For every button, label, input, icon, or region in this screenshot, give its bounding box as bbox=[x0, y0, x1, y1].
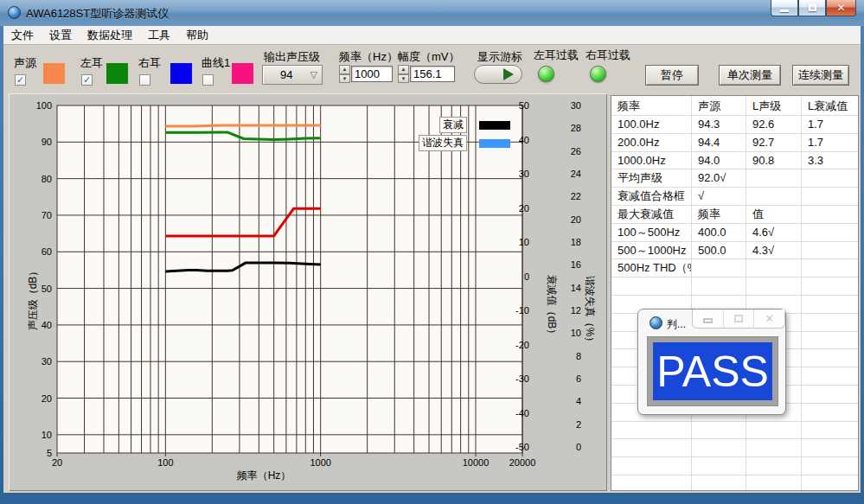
source-color-swatch bbox=[43, 63, 65, 84]
att-tick-label: 50 bbox=[519, 100, 529, 111]
table-cell bbox=[802, 457, 858, 475]
y-tick-label: 100 bbox=[36, 100, 52, 111]
spinner-down-icon[interactable]: ▼ bbox=[339, 74, 350, 84]
thd-tick-label: 18 bbox=[571, 237, 581, 247]
source-label: 声源 bbox=[14, 55, 36, 71]
spinner-down-icon[interactable]: ▼ bbox=[398, 74, 409, 84]
table-cell: 100～500Hz bbox=[611, 224, 692, 241]
cursor-label: 显示游标 bbox=[477, 49, 522, 65]
menu-item-tools[interactable]: 工具 bbox=[140, 26, 178, 45]
maximize-icon bbox=[809, 4, 816, 11]
single-measure-button[interactable]: 单次测量 bbox=[719, 65, 781, 86]
curve1-color-swatch bbox=[232, 63, 253, 84]
amplitude-spinner[interactable]: ▲ ▼ bbox=[398, 65, 409, 83]
minimize-button[interactable] bbox=[771, 0, 798, 16]
pass-close-button[interactable]: ✕ bbox=[754, 309, 784, 328]
table-row: 最大衰减值频率值 bbox=[611, 206, 858, 224]
table-cell bbox=[746, 475, 802, 491]
menu-item-data-processing[interactable]: 数据处理 bbox=[80, 26, 140, 45]
app-icon bbox=[8, 6, 21, 19]
amplitude-input[interactable] bbox=[410, 66, 455, 82]
table-cell bbox=[802, 259, 858, 277]
table-cell bbox=[802, 169, 858, 187]
table-cell bbox=[802, 349, 858, 367]
att-tick-label: 20 bbox=[519, 203, 529, 214]
maximize-button[interactable] bbox=[798, 0, 826, 16]
y-tick-label: 70 bbox=[42, 210, 52, 220]
minimize-icon bbox=[703, 318, 713, 323]
pass-minimize-button[interactable] bbox=[693, 309, 724, 328]
frequency-label: 频率（Hz） bbox=[339, 49, 398, 65]
spinner-up-icon[interactable]: ▲ bbox=[339, 65, 350, 74]
table-cell bbox=[802, 278, 858, 295]
left-ear-label: 左耳 bbox=[80, 55, 103, 71]
table-cell: 200.0Hz bbox=[611, 134, 692, 151]
table-cell bbox=[802, 242, 858, 259]
table-cell: 94.0 bbox=[692, 152, 746, 169]
menu-item-file[interactable]: 文件 bbox=[3, 26, 42, 45]
thd-tick-label: 26 bbox=[571, 146, 581, 156]
att-tick-label: -10 bbox=[515, 305, 529, 316]
table-cell bbox=[611, 475, 692, 491]
table-row: 500～1000Hz500.04.3√ bbox=[611, 242, 858, 260]
att-tick-label: 0 bbox=[524, 271, 529, 282]
table-header-cell: L声级 bbox=[746, 96, 802, 115]
pass-maximize-button[interactable] bbox=[724, 309, 755, 328]
menu-bar: 文件 设置 数据处理 工具 帮助 bbox=[3, 26, 861, 45]
maximize-icon bbox=[734, 315, 743, 322]
table-cell bbox=[746, 259, 802, 277]
table-row: 100.0Hz94.392.61.7 bbox=[611, 116, 858, 134]
close-button[interactable]: ✕ bbox=[826, 0, 856, 16]
source-checkbox[interactable]: ✓ bbox=[15, 74, 26, 86]
table-cell bbox=[802, 404, 858, 421]
thd-tick-label: 4 bbox=[576, 396, 581, 406]
curve1-checkbox[interactable] bbox=[202, 74, 214, 86]
x-tick-label: 20000 bbox=[509, 457, 536, 468]
table-cell bbox=[611, 278, 692, 295]
y-tick-label: 20 bbox=[42, 393, 52, 404]
x-tick-label: 20 bbox=[52, 457, 62, 468]
att-tick-label: -30 bbox=[515, 373, 529, 384]
thd-tick-label: 22 bbox=[571, 191, 581, 201]
table-cell bbox=[746, 457, 802, 475]
frequency-input[interactable] bbox=[351, 66, 393, 82]
measurement-chart: 2010010001000020000100908070605040302010… bbox=[9, 93, 607, 494]
left-ear-checkbox[interactable]: ✓ bbox=[81, 74, 93, 86]
thd-tick-label: 20 bbox=[571, 214, 581, 225]
table-cell bbox=[692, 422, 746, 439]
thd-tick-label: 10 bbox=[571, 328, 581, 338]
table-row: 200.0Hz94.492.71.7 bbox=[611, 134, 858, 152]
table-cell bbox=[692, 457, 746, 475]
pause-button[interactable]: 暂停 bbox=[645, 65, 699, 86]
chart-panel: 2010010001000020000100908070605040302010… bbox=[9, 93, 607, 491]
table-row: 100～500Hz400.04.6√ bbox=[611, 224, 858, 242]
right-ear-label: 右耳 bbox=[138, 55, 161, 71]
y-tick-label: 40 bbox=[42, 320, 52, 330]
curve1-label: 曲线1 bbox=[202, 55, 230, 71]
y-tick-label: 90 bbox=[42, 137, 52, 147]
table-cell bbox=[802, 332, 858, 349]
table-cell bbox=[611, 422, 692, 439]
table-cell: 100.0Hz bbox=[611, 116, 692, 133]
table-cell bbox=[802, 439, 858, 456]
continuous-measure-button[interactable]: 连续测量 bbox=[792, 65, 849, 86]
thd-tick-label: 6 bbox=[576, 373, 581, 384]
thd-tick-label: 12 bbox=[571, 305, 581, 316]
att-tick-label: -50 bbox=[515, 442, 529, 452]
menu-item-help[interactable]: 帮助 bbox=[178, 26, 216, 45]
table-row: 平均声级92.0√ bbox=[611, 169, 858, 188]
minimize-icon bbox=[780, 10, 789, 12]
spinner-up-icon[interactable]: ▲ bbox=[398, 65, 409, 74]
thd-tick-label: 16 bbox=[571, 259, 581, 270]
menu-item-settings[interactable]: 设置 bbox=[42, 26, 80, 45]
table-cell bbox=[802, 422, 858, 439]
toolbar: 声源 ✓ 左耳 ✓ 右耳 曲线1 输出声压级 94 ▽ 频率（Hz） ▲ ▼ bbox=[3, 45, 861, 93]
output-level-dropdown[interactable]: 94 ▽ bbox=[262, 65, 323, 85]
frequency-spinner[interactable]: ▲ ▼ bbox=[339, 65, 350, 83]
right-ear-checkbox[interactable] bbox=[139, 74, 150, 86]
table-cell bbox=[692, 439, 746, 456]
att-tick-label: 40 bbox=[519, 135, 529, 145]
cursor-toggle-button[interactable] bbox=[474, 65, 522, 84]
table-cell bbox=[802, 206, 858, 223]
y-tick-label: 5 bbox=[47, 448, 52, 458]
